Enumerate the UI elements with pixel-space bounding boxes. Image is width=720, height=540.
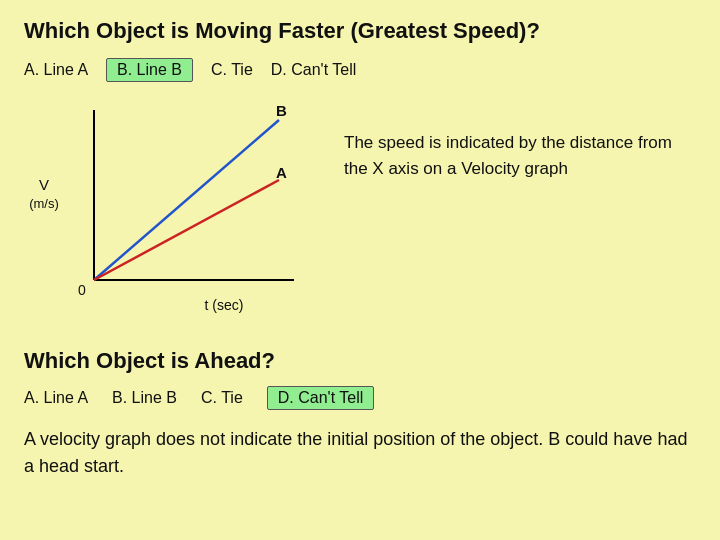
option-b[interactable]: B. Line B	[106, 58, 193, 82]
explanation-box: The speed is indicated by the distance f…	[334, 100, 696, 320]
v-axis-label: V	[39, 176, 49, 193]
options-row-1: A. Line A B. Line B C. Tie D. Can't Tell	[24, 58, 696, 82]
section2-title: Which Object is Ahead?	[24, 348, 696, 374]
line-a-label: A	[276, 164, 287, 181]
options-row-2: A. Line A B. Line B C. Tie D. Can't Tell	[24, 386, 696, 410]
graph-area: V (m/s) 0 t (sec) B A	[24, 100, 324, 320]
page: Which Object is Moving Faster (Greatest …	[0, 0, 720, 540]
svg-line-3	[94, 180, 279, 280]
line-b-label: B	[276, 102, 287, 119]
bottom-text: A velocity graph does not indicate the i…	[24, 426, 696, 480]
option2-a: A. Line A	[24, 389, 88, 407]
t-axis-label: t (sec)	[205, 297, 244, 313]
option2-c: C. Tie	[201, 389, 243, 407]
option-a: A. Line A	[24, 61, 88, 79]
graph-svg: V (m/s) 0 t (sec) B A	[24, 100, 324, 320]
main-content: V (m/s) 0 t (sec) B A The speed is indic…	[24, 100, 696, 320]
option-d: D. Can't Tell	[271, 61, 356, 79]
svg-line-2	[94, 120, 279, 280]
option2-b: B. Line B	[112, 389, 177, 407]
option2-d[interactable]: D. Can't Tell	[267, 386, 374, 410]
option-c: C. Tie	[211, 61, 253, 79]
zero-label: 0	[78, 282, 86, 298]
question-title: Which Object is Moving Faster (Greatest …	[24, 18, 696, 44]
v-axis-unit: (m/s)	[29, 196, 59, 211]
